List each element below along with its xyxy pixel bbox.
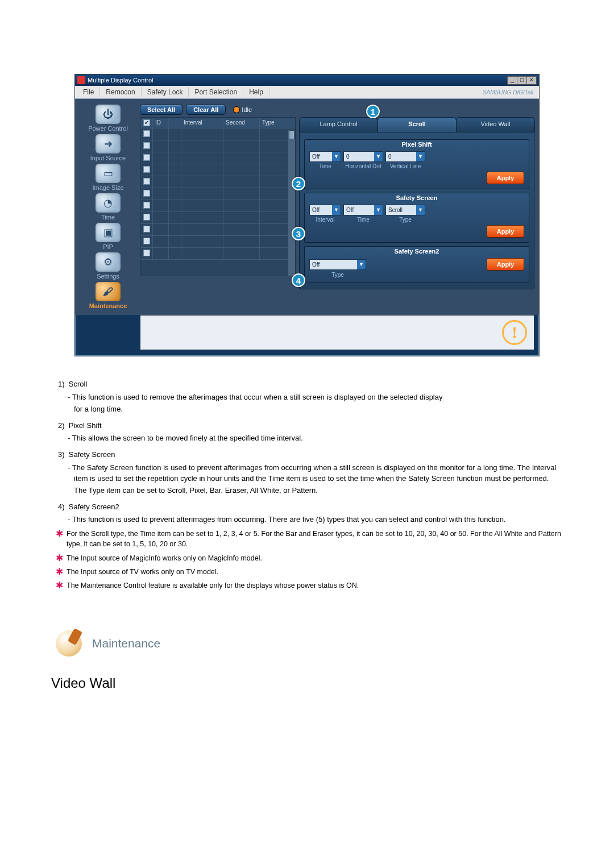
maximize-button[interactable]: □ [517, 76, 527, 85]
page-subheading: Video Wall [51, 674, 563, 693]
note-line: ✱The Maintenance Control feature is avai… [56, 580, 563, 591]
row-checkbox[interactable] [143, 250, 150, 256]
sidebar-item-time[interactable]: ◔ Time [80, 193, 136, 221]
chevron-down-icon: ▼ [332, 205, 341, 215]
col-type[interactable]: Type [260, 118, 288, 128]
tab-lamp-control[interactable]: Lamp Control [299, 117, 378, 132]
header-checkbox[interactable] [143, 119, 150, 126]
menu-file[interactable]: File [77, 87, 100, 97]
callout-2: 2 [292, 177, 305, 190]
safety-screen2-title: Safety Screen2 [305, 248, 529, 255]
app-window: Multiple Display Control _ □ × File Remo… [74, 74, 540, 356]
grid-row[interactable] [140, 200, 295, 212]
tab-scroll[interactable]: Scroll [377, 117, 457, 132]
sidebar-label: Settings [80, 273, 136, 280]
col-second[interactable]: Second [223, 118, 260, 128]
clear-all-button[interactable]: Clear All [186, 105, 226, 115]
list-sub: for a long time. [74, 404, 563, 415]
time-icon: ◔ [96, 193, 121, 213]
type-label: Type [309, 272, 366, 278]
sidebar: ⏻ Power Control ➜ Input Source ▭ Image S… [80, 105, 136, 309]
safety-type-select[interactable]: Scroll▼ [385, 205, 425, 215]
pip-icon: ▣ [96, 223, 121, 242]
chevron-down-icon: ▼ [332, 152, 341, 161]
grid-row[interactable] [140, 188, 295, 200]
safety-screen2-group: Safety Screen2 Off▼ Apply Type [304, 246, 529, 283]
scrollbar[interactable] [288, 130, 295, 276]
sidebar-item-maintenance[interactable]: 🖌 Maintenance [80, 282, 136, 309]
sidebar-label: PIP [80, 243, 136, 250]
list-sub: - This function is used to prevent after… [74, 514, 563, 525]
grid-row[interactable] [140, 212, 295, 224]
pixel-shift-hdot-select[interactable]: 0▼ [343, 151, 383, 162]
sidebar-label: Time [80, 214, 136, 221]
pixel-shift-title: Pixel Shift [305, 141, 529, 148]
grid-toolbar: Select All Clear All Idle [140, 105, 296, 115]
sidebar-item-image-size[interactable]: ▭ Image Size [80, 164, 136, 191]
grid-row[interactable] [140, 248, 295, 260]
row-checkbox[interactable] [143, 154, 150, 161]
menu-safety-lock[interactable]: Safety Lock [142, 87, 189, 97]
safety2-apply-button[interactable]: Apply [487, 258, 524, 271]
row-checkbox[interactable] [143, 130, 150, 137]
grid-row[interactable] [140, 176, 295, 188]
pixel-shift-time-select[interactable]: Off▼ [309, 151, 341, 162]
menu-remocon[interactable]: Remocon [100, 87, 141, 97]
grid-row[interactable] [140, 152, 295, 164]
power-icon: ⏻ [96, 105, 121, 124]
pixel-shift-vline-select[interactable]: 0▼ [385, 151, 425, 162]
scroll-panel: Pixel Shift Off▼ 0▼ 0▼ Time Horizontal D… [299, 132, 534, 289]
row-checkbox[interactable] [143, 178, 150, 185]
sidebar-item-settings[interactable]: ⚙ Settings [80, 252, 136, 280]
list-item: 4) Safety Screen2 [58, 502, 563, 513]
status-area: ! [140, 315, 534, 350]
row-checkbox[interactable] [143, 214, 150, 221]
time-label: Time [309, 163, 341, 169]
row-checkbox[interactable] [143, 142, 150, 149]
menu-help[interactable]: Help [243, 87, 269, 97]
sidebar-item-pip[interactable]: ▣ PIP [80, 223, 136, 250]
grid-row[interactable] [140, 164, 295, 176]
col-id[interactable]: ID [153, 118, 169, 128]
sidebar-item-power[interactable]: ⏻ Power Control [80, 105, 136, 132]
minimize-button[interactable]: _ [507, 76, 517, 85]
scroll-thumb[interactable] [289, 130, 294, 139]
close-button[interactable]: × [526, 76, 537, 85]
star-icon: ✱ [56, 529, 63, 549]
sidebar-label: Maintenance [80, 302, 136, 309]
note-line: ✱The Input source of TV works only on TV… [56, 567, 563, 577]
sidebar-label: Image Size [80, 184, 136, 191]
select-all-button[interactable]: Select All [140, 105, 182, 115]
safety-apply-button[interactable]: Apply [487, 225, 524, 238]
safety-time-select[interactable]: Off▼ [343, 205, 383, 215]
row-checkbox[interactable] [143, 190, 150, 197]
row-checkbox[interactable] [143, 166, 150, 173]
idle-label: Idle [242, 106, 252, 113]
title-bar: Multiple Display Control _ □ × [75, 74, 539, 86]
document-text: 1) Scroll - This function is used to rem… [51, 379, 563, 693]
list-item: 1) Scroll [58, 379, 563, 390]
section-title: Maintenance [92, 635, 160, 652]
row-checkbox[interactable] [143, 238, 150, 244]
tab-row: Lamp Control Scroll Video Wall 1 [299, 117, 534, 132]
list-sub: The Type item can be set to Scroll, Pixe… [74, 485, 563, 496]
tab-video-wall[interactable]: Video Wall [456, 117, 535, 132]
callout-1: 1 [366, 105, 380, 118]
grid-row[interactable] [140, 140, 295, 152]
callout-4: 4 [292, 273, 305, 287]
menu-port-selection[interactable]: Port Selection [189, 87, 243, 97]
row-checkbox[interactable] [143, 202, 150, 209]
chevron-down-icon: ▼ [357, 260, 366, 269]
col-interval[interactable]: Interval [181, 118, 223, 128]
grid-row[interactable] [140, 128, 295, 140]
row-checkbox[interactable] [143, 226, 150, 232]
pixel-shift-apply-button[interactable]: Apply [487, 172, 524, 184]
sidebar-item-input[interactable]: ➜ Input Source [80, 134, 136, 161]
grid-row[interactable] [140, 224, 295, 236]
safety2-type-select[interactable]: Off▼ [309, 259, 366, 270]
window-title: Multiple Display Control [88, 77, 508, 84]
right-panel: Lamp Control Scroll Video Wall 1 Pixel S… [299, 105, 534, 309]
grid-row[interactable] [140, 236, 295, 248]
vline-label: Vertical Line [385, 163, 425, 169]
safety-interval-select[interactable]: Off▼ [309, 205, 341, 215]
